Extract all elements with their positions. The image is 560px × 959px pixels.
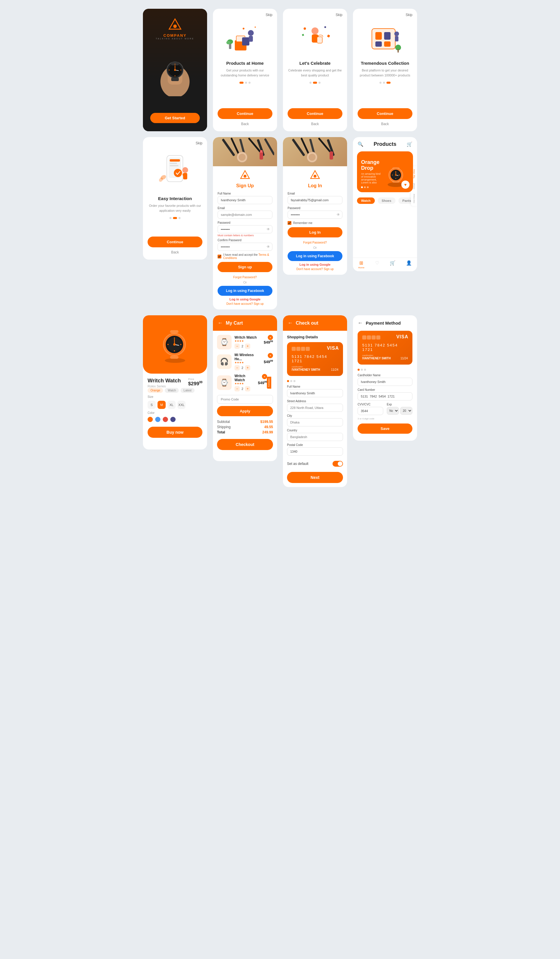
- cart-item-3-price: $4999: [258, 380, 267, 385]
- svg-rect-17: [242, 37, 250, 46]
- checkout-postal-input[interactable]: [287, 448, 343, 456]
- cvv-hint: 3 or 4-digit code: [358, 417, 383, 420]
- promo-code-input[interactable]: [217, 395, 273, 404]
- apply-promo-button[interactable]: Apply: [217, 406, 273, 416]
- skip-button-4[interactable]: Skip: [196, 141, 202, 145]
- chip-latest[interactable]: Latest: [181, 388, 194, 393]
- cart-item-1-stars: ★★★★: [234, 339, 261, 342]
- skip-button-3[interactable]: Skip: [406, 13, 412, 17]
- cart-icon[interactable]: 🛒: [407, 142, 412, 147]
- continue-button-4[interactable]: Continue: [148, 237, 202, 247]
- buy-now-button[interactable]: Buy now: [148, 427, 202, 438]
- checkout-button[interactable]: Checkout: [217, 439, 273, 450]
- shopping-details-title: Shopping Details: [287, 335, 343, 339]
- swatch-blue[interactable]: [155, 417, 161, 422]
- heart-button[interactable]: ♥: [401, 180, 409, 189]
- signup-button[interactable]: Sign up: [218, 262, 272, 272]
- continue-button-2[interactable]: Continue: [288, 108, 342, 119]
- cat-watch[interactable]: Watch: [357, 198, 375, 204]
- size-m[interactable]: M: [158, 401, 165, 409]
- cat-shoes[interactable]: Shoes: [378, 198, 396, 204]
- login-eye-icon[interactable]: 👁: [337, 213, 340, 217]
- side-tab-hotdeal[interactable]: Hot Deal: [412, 193, 416, 204]
- qty-decrease-2[interactable]: −: [234, 365, 240, 370]
- hero-product-name: Orange Drop: [361, 159, 383, 171]
- checkout-address-input[interactable]: [287, 404, 343, 412]
- nav-profile[interactable]: 👤: [406, 260, 412, 269]
- continue-button-3[interactable]: Continue: [358, 108, 412, 119]
- swatch-red[interactable]: [163, 417, 168, 422]
- svg-rect-57: [264, 138, 274, 156]
- svg-rect-32: [372, 29, 395, 49]
- email-label-login: Email: [288, 192, 342, 195]
- chip-orange[interactable]: Orange: [148, 388, 163, 393]
- next-button[interactable]: Next: [287, 472, 343, 483]
- checkout-back-button[interactable]: ←: [288, 320, 293, 326]
- cart-back-button[interactable]: ←: [218, 320, 223, 326]
- qty-decrease-1[interactable]: −: [234, 344, 240, 349]
- password-input-signup[interactable]: [218, 225, 272, 233]
- google-login-login[interactable]: Log in using Google: [288, 263, 342, 266]
- back-link-4[interactable]: Back: [171, 250, 179, 254]
- nav-favorites[interactable]: ♡: [375, 260, 379, 269]
- forgot-password-link-signup[interactable]: Forgot Password?: [218, 276, 272, 279]
- onboard-screen-3: Skip Tremendous Col: [353, 9, 417, 131]
- confirm-password-input[interactable]: [218, 243, 272, 251]
- size-xl[interactable]: XL: [167, 401, 176, 409]
- terms-checkbox[interactable]: [218, 255, 221, 258]
- fullname-input[interactable]: [218, 196, 272, 204]
- back-link-1[interactable]: Back: [241, 122, 249, 126]
- remove-item-3-button[interactable]: ×: [262, 374, 267, 379]
- save-payment-button[interactable]: Save: [358, 424, 412, 434]
- payment-back-button[interactable]: ←: [358, 320, 363, 326]
- back-link-3[interactable]: Back: [381, 122, 389, 126]
- or-divider-login: Or: [288, 246, 342, 249]
- facebook-login-button-signup[interactable]: Log in using Facebook: [218, 286, 272, 296]
- exp-month-select[interactable]: Nov: [387, 407, 399, 415]
- set-default-toggle[interactable]: [332, 461, 343, 467]
- remove-item-1-button[interactable]: ×: [268, 335, 273, 340]
- checkout-fullname-input[interactable]: [287, 389, 343, 397]
- qty-increase-3[interactable]: +: [245, 386, 250, 392]
- skip-button-2[interactable]: Skip: [336, 13, 342, 17]
- exp-year-select[interactable]: 2024: [400, 407, 412, 415]
- qty-increase-2[interactable]: +: [245, 365, 250, 370]
- get-started-button[interactable]: Get Started: [150, 113, 200, 123]
- remember-checkbox[interactable]: [288, 221, 291, 225]
- swatch-navy[interactable]: [170, 417, 176, 422]
- fullname-label: Full Name: [218, 192, 272, 195]
- nav-home[interactable]: ⊞ Home: [358, 260, 364, 269]
- forgot-password-link-login[interactable]: Forgot Password?: [288, 241, 342, 244]
- size-xxl[interactable]: XXL: [177, 401, 186, 409]
- facebook-login-button-login[interactable]: Log in using Facebook: [288, 251, 342, 261]
- payment-header: ← Payment Method: [358, 320, 412, 326]
- card-number-input[interactable]: [358, 392, 412, 400]
- svg-point-99: [180, 344, 181, 345]
- continue-button-1[interactable]: Continue: [218, 108, 272, 119]
- favorites-icon: ♡: [375, 260, 379, 266]
- cardholder-name-input[interactable]: [358, 378, 412, 386]
- checkout-city-input[interactable]: [287, 418, 343, 427]
- email-input-login[interactable]: [288, 196, 342, 204]
- remove-item-2-button[interactable]: ×: [268, 353, 273, 358]
- confirm-eye-icon[interactable]: 👁: [267, 245, 270, 249]
- swatch-orange[interactable]: [148, 417, 153, 422]
- skip-button-1[interactable]: Skip: [266, 13, 272, 17]
- checkout-country-input[interactable]: [287, 433, 343, 441]
- cvv-input[interactable]: [358, 407, 383, 415]
- password-input-login[interactable]: [288, 210, 342, 219]
- search-icon[interactable]: 🔍: [358, 142, 363, 147]
- nav-cart[interactable]: 🛒: [390, 260, 396, 269]
- size-s[interactable]: S: [148, 401, 156, 409]
- password-eye-icon[interactable]: 👁: [267, 227, 270, 231]
- onboard-title-3: Tremendous Collection: [361, 61, 409, 65]
- login-button[interactable]: Log In: [288, 227, 342, 237]
- back-link-2[interactable]: Back: [311, 122, 319, 126]
- qty-increase-1[interactable]: +: [245, 344, 250, 349]
- chip-watch[interactable]: Watch: [165, 388, 179, 393]
- qty-decrease-3[interactable]: −: [234, 386, 240, 392]
- signup-link[interactable]: Sign up: [254, 302, 264, 305]
- email-input-signup[interactable]: [218, 210, 272, 219]
- login-signup-link[interactable]: Sign up: [324, 268, 334, 271]
- google-login-signup[interactable]: Log in using Google: [218, 298, 272, 301]
